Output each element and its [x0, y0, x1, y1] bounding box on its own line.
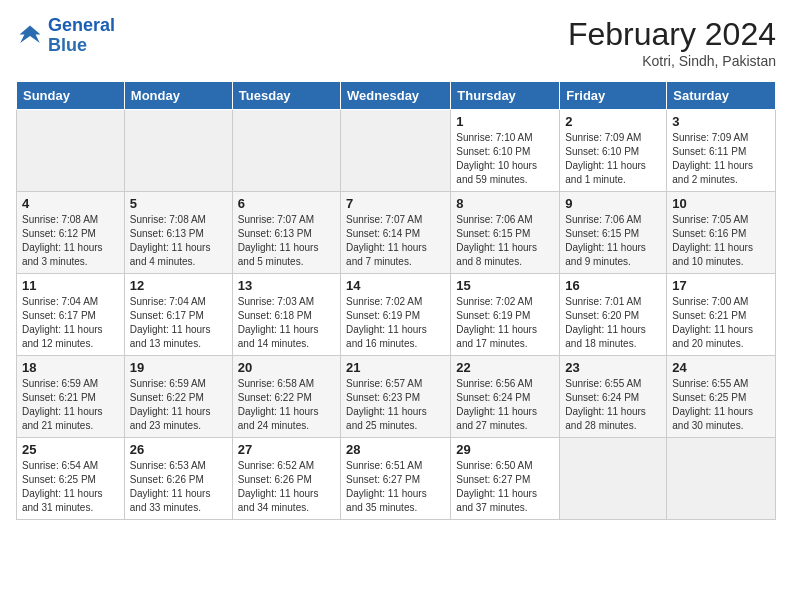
- logo: General Blue: [16, 16, 115, 56]
- week-row: 18Sunrise: 6:59 AM Sunset: 6:21 PM Dayli…: [17, 356, 776, 438]
- day-number: 11: [22, 278, 119, 293]
- day-cell: 4Sunrise: 7:08 AM Sunset: 6:12 PM Daylig…: [17, 192, 125, 274]
- day-cell: 26Sunrise: 6:53 AM Sunset: 6:26 PM Dayli…: [124, 438, 232, 520]
- day-info: Sunrise: 6:55 AM Sunset: 6:25 PM Dayligh…: [672, 377, 770, 433]
- day-info: Sunrise: 6:54 AM Sunset: 6:25 PM Dayligh…: [22, 459, 119, 515]
- day-number: 25: [22, 442, 119, 457]
- day-number: 1: [456, 114, 554, 129]
- day-cell: 6Sunrise: 7:07 AM Sunset: 6:13 PM Daylig…: [232, 192, 340, 274]
- day-cell: 1Sunrise: 7:10 AM Sunset: 6:10 PM Daylig…: [451, 110, 560, 192]
- day-cell: 8Sunrise: 7:06 AM Sunset: 6:15 PM Daylig…: [451, 192, 560, 274]
- day-cell: 25Sunrise: 6:54 AM Sunset: 6:25 PM Dayli…: [17, 438, 125, 520]
- day-cell: 22Sunrise: 6:56 AM Sunset: 6:24 PM Dayli…: [451, 356, 560, 438]
- day-number: 13: [238, 278, 335, 293]
- logo-icon: [16, 22, 44, 50]
- day-number: 4: [22, 196, 119, 211]
- day-cell: 29Sunrise: 6:50 AM Sunset: 6:27 PM Dayli…: [451, 438, 560, 520]
- day-cell: [341, 110, 451, 192]
- column-header-sunday: Sunday: [17, 82, 125, 110]
- day-info: Sunrise: 7:05 AM Sunset: 6:16 PM Dayligh…: [672, 213, 770, 269]
- day-info: Sunrise: 7:01 AM Sunset: 6:20 PM Dayligh…: [565, 295, 661, 351]
- day-info: Sunrise: 6:56 AM Sunset: 6:24 PM Dayligh…: [456, 377, 554, 433]
- day-cell: [17, 110, 125, 192]
- day-number: 24: [672, 360, 770, 375]
- column-header-tuesday: Tuesday: [232, 82, 340, 110]
- day-number: 19: [130, 360, 227, 375]
- svg-marker-0: [20, 25, 41, 43]
- day-cell: 18Sunrise: 6:59 AM Sunset: 6:21 PM Dayli…: [17, 356, 125, 438]
- day-info: Sunrise: 7:08 AM Sunset: 6:12 PM Dayligh…: [22, 213, 119, 269]
- day-info: Sunrise: 7:10 AM Sunset: 6:10 PM Dayligh…: [456, 131, 554, 187]
- day-cell: 27Sunrise: 6:52 AM Sunset: 6:26 PM Dayli…: [232, 438, 340, 520]
- day-number: 8: [456, 196, 554, 211]
- day-info: Sunrise: 6:59 AM Sunset: 6:22 PM Dayligh…: [130, 377, 227, 433]
- day-info: Sunrise: 7:03 AM Sunset: 6:18 PM Dayligh…: [238, 295, 335, 351]
- day-info: Sunrise: 6:59 AM Sunset: 6:21 PM Dayligh…: [22, 377, 119, 433]
- day-number: 22: [456, 360, 554, 375]
- day-number: 28: [346, 442, 445, 457]
- day-number: 27: [238, 442, 335, 457]
- day-number: 29: [456, 442, 554, 457]
- day-info: Sunrise: 7:04 AM Sunset: 6:17 PM Dayligh…: [22, 295, 119, 351]
- day-cell: 13Sunrise: 7:03 AM Sunset: 6:18 PM Dayli…: [232, 274, 340, 356]
- day-cell: 21Sunrise: 6:57 AM Sunset: 6:23 PM Dayli…: [341, 356, 451, 438]
- day-info: Sunrise: 7:02 AM Sunset: 6:19 PM Dayligh…: [456, 295, 554, 351]
- day-number: 21: [346, 360, 445, 375]
- week-row: 25Sunrise: 6:54 AM Sunset: 6:25 PM Dayli…: [17, 438, 776, 520]
- column-header-saturday: Saturday: [667, 82, 776, 110]
- column-header-monday: Monday: [124, 82, 232, 110]
- day-number: 2: [565, 114, 661, 129]
- day-number: 12: [130, 278, 227, 293]
- day-cell: 24Sunrise: 6:55 AM Sunset: 6:25 PM Dayli…: [667, 356, 776, 438]
- day-info: Sunrise: 6:55 AM Sunset: 6:24 PM Dayligh…: [565, 377, 661, 433]
- day-cell: 7Sunrise: 7:07 AM Sunset: 6:14 PM Daylig…: [341, 192, 451, 274]
- day-info: Sunrise: 7:09 AM Sunset: 6:10 PM Dayligh…: [565, 131, 661, 187]
- day-cell: 16Sunrise: 7:01 AM Sunset: 6:20 PM Dayli…: [560, 274, 667, 356]
- day-cell: 11Sunrise: 7:04 AM Sunset: 6:17 PM Dayli…: [17, 274, 125, 356]
- day-info: Sunrise: 7:06 AM Sunset: 6:15 PM Dayligh…: [565, 213, 661, 269]
- day-cell: 2Sunrise: 7:09 AM Sunset: 6:10 PM Daylig…: [560, 110, 667, 192]
- calendar-title: February 2024: [568, 16, 776, 53]
- day-number: 23: [565, 360, 661, 375]
- day-info: Sunrise: 7:04 AM Sunset: 6:17 PM Dayligh…: [130, 295, 227, 351]
- day-cell: 19Sunrise: 6:59 AM Sunset: 6:22 PM Dayli…: [124, 356, 232, 438]
- day-number: 14: [346, 278, 445, 293]
- day-info: Sunrise: 7:07 AM Sunset: 6:14 PM Dayligh…: [346, 213, 445, 269]
- day-number: 5: [130, 196, 227, 211]
- day-cell: 23Sunrise: 6:55 AM Sunset: 6:24 PM Dayli…: [560, 356, 667, 438]
- day-number: 9: [565, 196, 661, 211]
- day-cell: 17Sunrise: 7:00 AM Sunset: 6:21 PM Dayli…: [667, 274, 776, 356]
- day-info: Sunrise: 7:08 AM Sunset: 6:13 PM Dayligh…: [130, 213, 227, 269]
- day-cell: [124, 110, 232, 192]
- day-number: 15: [456, 278, 554, 293]
- page-header: General Blue February 2024 Kotri, Sindh,…: [16, 16, 776, 69]
- day-number: 6: [238, 196, 335, 211]
- day-info: Sunrise: 7:06 AM Sunset: 6:15 PM Dayligh…: [456, 213, 554, 269]
- day-cell: [232, 110, 340, 192]
- day-cell: 14Sunrise: 7:02 AM Sunset: 6:19 PM Dayli…: [341, 274, 451, 356]
- calendar-subtitle: Kotri, Sindh, Pakistan: [568, 53, 776, 69]
- day-number: 10: [672, 196, 770, 211]
- week-row: 11Sunrise: 7:04 AM Sunset: 6:17 PM Dayli…: [17, 274, 776, 356]
- day-number: 20: [238, 360, 335, 375]
- day-cell: 5Sunrise: 7:08 AM Sunset: 6:13 PM Daylig…: [124, 192, 232, 274]
- week-row: 4Sunrise: 7:08 AM Sunset: 6:12 PM Daylig…: [17, 192, 776, 274]
- day-cell: 28Sunrise: 6:51 AM Sunset: 6:27 PM Dayli…: [341, 438, 451, 520]
- day-number: 18: [22, 360, 119, 375]
- week-row: 1Sunrise: 7:10 AM Sunset: 6:10 PM Daylig…: [17, 110, 776, 192]
- logo-text: General Blue: [48, 16, 115, 56]
- day-info: Sunrise: 7:02 AM Sunset: 6:19 PM Dayligh…: [346, 295, 445, 351]
- day-cell: [560, 438, 667, 520]
- column-header-thursday: Thursday: [451, 82, 560, 110]
- day-info: Sunrise: 7:00 AM Sunset: 6:21 PM Dayligh…: [672, 295, 770, 351]
- day-info: Sunrise: 6:53 AM Sunset: 6:26 PM Dayligh…: [130, 459, 227, 515]
- header-row: SundayMondayTuesdayWednesdayThursdayFrid…: [17, 82, 776, 110]
- day-number: 16: [565, 278, 661, 293]
- title-block: February 2024 Kotri, Sindh, Pakistan: [568, 16, 776, 69]
- day-number: 26: [130, 442, 227, 457]
- day-info: Sunrise: 6:52 AM Sunset: 6:26 PM Dayligh…: [238, 459, 335, 515]
- calendar-table: SundayMondayTuesdayWednesdayThursdayFrid…: [16, 81, 776, 520]
- day-cell: 20Sunrise: 6:58 AM Sunset: 6:22 PM Dayli…: [232, 356, 340, 438]
- day-info: Sunrise: 6:51 AM Sunset: 6:27 PM Dayligh…: [346, 459, 445, 515]
- day-cell: 3Sunrise: 7:09 AM Sunset: 6:11 PM Daylig…: [667, 110, 776, 192]
